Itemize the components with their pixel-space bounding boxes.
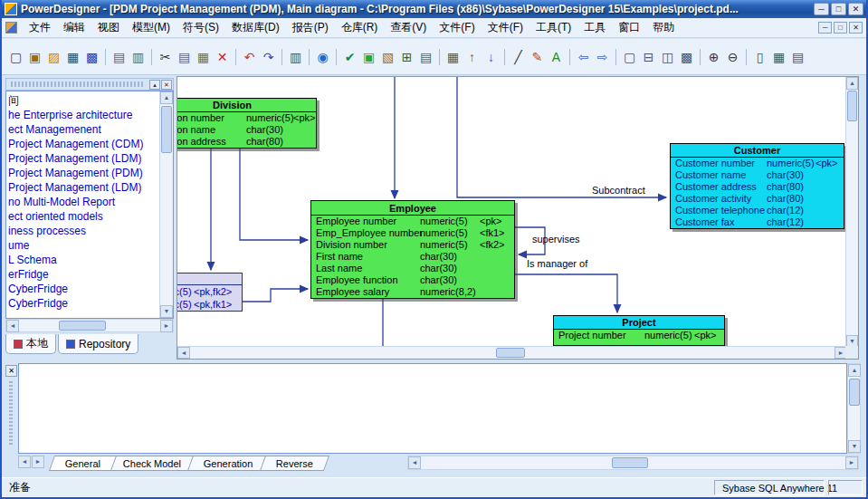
scroll-left-button[interactable]: ◄ — [6, 320, 19, 332]
menu-item[interactable]: 数据库(D) — [225, 18, 286, 37]
menu-item[interactable]: 文件(F) — [433, 18, 481, 37]
relationship-label-is-manager-of[interactable]: Is manager of — [527, 258, 587, 269]
output-vertical-scrollbar[interactable]: ▲ ▼ — [847, 363, 861, 454]
undo-icon[interactable]: ↶ — [240, 47, 259, 67]
print-preview-icon[interactable]: ▤ — [110, 47, 129, 67]
table-row[interactable]: Customer namechar(30) — [671, 169, 844, 181]
table-row[interactable]: Division addresschar(80) — [177, 136, 316, 148]
menu-item[interactable]: 工具 — [577, 18, 612, 37]
zoom-out-icon[interactable]: ⊖ — [723, 47, 742, 67]
canvas-vertical-scrollbar[interactable]: ▲ ▼ — [845, 77, 858, 348]
new-window-icon[interactable]: ▢ — [620, 47, 639, 67]
reverse-engineer-icon[interactable]: ▧ — [378, 47, 397, 67]
table-row[interactable]: Customer telephonechar(12) — [671, 205, 844, 216]
tile-vertical-icon[interactable]: ◫ — [658, 47, 677, 67]
output-tab[interactable]: Check Model — [107, 456, 197, 471]
tree-horizontal-scrollbar[interactable]: ◄ ► — [5, 319, 174, 332]
scrollbar-thumb[interactable] — [612, 457, 648, 468]
tree-item[interactable]: ect oriented models — [8, 209, 158, 224]
menu-item[interactable]: 帮助 — [646, 18, 681, 37]
redo-icon[interactable]: ↷ — [259, 47, 278, 67]
scrollbar-thumb[interactable] — [161, 106, 172, 153]
menu-item[interactable]: 视图 — [91, 18, 126, 37]
table-row[interactable]: Customer faxchar(12) — [671, 216, 844, 228]
table-row[interactable]: Division namechar(30) — [177, 124, 316, 136]
scrollbar-thumb[interactable] — [496, 348, 525, 358]
menu-item[interactable]: 报告(P) — [286, 18, 335, 37]
table-row[interactable]: numeric(5)<pk,fk1> — [177, 298, 242, 311]
consolidate-icon[interactable]: ↑ — [463, 47, 482, 67]
properties-icon[interactable]: ▥ — [286, 47, 305, 67]
scroll-left-button[interactable]: ◄ — [408, 456, 421, 469]
line-tool-icon[interactable]: ╱ — [509, 47, 528, 67]
menu-item[interactable]: 文件(F) — [482, 18, 529, 37]
tree-item[interactable]: ect Managemenent — [8, 122, 158, 137]
tree-item[interactable]: erFridge — [8, 267, 158, 282]
minimize-button[interactable]: ─ — [814, 3, 829, 15]
menu-item[interactable]: 符号(S) — [176, 18, 225, 37]
open-folder-icon[interactable]: ▨ — [44, 47, 63, 67]
full-page-icon[interactable]: ▯ — [750, 47, 769, 67]
print-icon[interactable]: ▥ — [129, 47, 148, 67]
tree-item[interactable]: ume — [8, 238, 158, 253]
back-icon[interactable]: ⇦ — [574, 47, 593, 67]
cut-icon[interactable]: ✂ — [156, 47, 175, 67]
scrollbar-thumb[interactable] — [849, 379, 860, 406]
table-row[interactable]: Emp_Employee numbernumeric(5)<fk1> — [311, 227, 514, 239]
table-row[interactable]: First namechar(30) — [311, 251, 514, 263]
drag-handle[interactable] — [11, 82, 145, 87]
table-row[interactable]: Last namechar(30) — [311, 263, 514, 274]
tree-item[interactable]: 间 — [8, 93, 158, 108]
mdi-minimize-button[interactable]: ─ — [818, 22, 832, 34]
tree-item[interactable]: Project Management (LDM) — [8, 180, 158, 195]
entity-table-division[interactable]: Division Division numbernumeric(5)<pk> D… — [177, 98, 317, 149]
table-row[interactable]: Division numbernumeric(5)<pk> — [177, 112, 316, 124]
menu-item[interactable]: 查看(V) — [384, 18, 433, 37]
menu-item[interactable]: 模型(M) — [126, 18, 176, 37]
check-model-icon[interactable]: ✔ — [340, 47, 359, 67]
scroll-up-button[interactable]: ▲ — [848, 364, 861, 377]
entity-table-customer[interactable]: Customer Customer numbernumeric(5)<pk> C… — [670, 143, 844, 229]
menu-item[interactable]: 仓库(R) — [335, 18, 385, 37]
scrollbar-thumb[interactable] — [847, 91, 857, 121]
scrollbar-thumb[interactable] — [59, 321, 106, 331]
diagram-drawing-area[interactable]: Subcontract supervises Is manager of Div… — [177, 77, 847, 348]
table-row[interactable]: Customer activitychar(80) — [671, 193, 844, 205]
repository-connect-icon[interactable]: ▦ — [444, 47, 463, 67]
scroll-right-button[interactable]: ► — [845, 456, 858, 469]
table-row[interactable]: numeric(5)<pk,fk2> — [177, 285, 242, 298]
copy-icon[interactable]: ▤ — [175, 47, 194, 67]
tree-vertical-scrollbar[interactable]: ▲ ▼ — [159, 91, 173, 318]
output-close-button[interactable]: ✕ — [5, 365, 17, 377]
tab-scroll-left-button[interactable]: ◄ — [18, 456, 31, 468]
tree-item[interactable]: he Enterprise architecture — [8, 108, 158, 122]
table-row[interactable]: Customer addresschar(80) — [671, 181, 844, 193]
menu-item[interactable]: 工具(T) — [529, 18, 577, 37]
model-package-icon[interactable]: ▣ — [25, 47, 44, 67]
output-horizontal-scrollbar[interactable]: ◄ ► — [407, 456, 859, 470]
delete-icon[interactable]: ✕ — [213, 47, 232, 67]
tree-item[interactable]: Project Management (PDM) — [8, 166, 158, 180]
restore-button[interactable]: □ — [831, 3, 846, 15]
table-row[interactable]: Customer numbernumeric(5)<pk> — [671, 158, 844, 169]
grid-icon[interactable]: ▦ — [769, 47, 788, 67]
browser-tab[interactable]: Repository — [58, 334, 138, 354]
browser-tab[interactable]: 本地 — [5, 334, 56, 354]
generate-database-icon[interactable]: ▣ — [359, 47, 378, 67]
save-all-icon[interactable]: ▩ — [82, 47, 101, 67]
entity-table-employee[interactable]: Employee Employee numbernumeric(5)<pk> E… — [310, 200, 515, 299]
tree-item[interactable]: CyberFridge — [8, 296, 158, 311]
tree-item[interactable]: no Multi-Model Report — [8, 195, 158, 209]
close-button[interactable]: ✕ — [848, 3, 863, 15]
tile-horizontal-icon[interactable]: ⊟ — [639, 47, 658, 67]
tree-item[interactable]: Project Management (CDM) — [8, 137, 158, 151]
paste-icon[interactable]: ▦ — [194, 47, 213, 67]
cascade-icon[interactable]: ▩ — [677, 47, 696, 67]
menu-item[interactable]: 窗口 — [612, 18, 646, 37]
entity-table-project[interactable]: Project Project numbernumeric(5)<pk> — [553, 315, 725, 346]
scroll-up-button[interactable]: ▲ — [846, 77, 858, 90]
canvas-horizontal-scrollbar[interactable]: ◄ ► — [177, 346, 847, 359]
output-tab[interactable]: Generation — [187, 456, 270, 471]
tree-item[interactable]: L Schema — [8, 253, 158, 267]
scroll-down-button[interactable]: ▼ — [160, 305, 173, 318]
